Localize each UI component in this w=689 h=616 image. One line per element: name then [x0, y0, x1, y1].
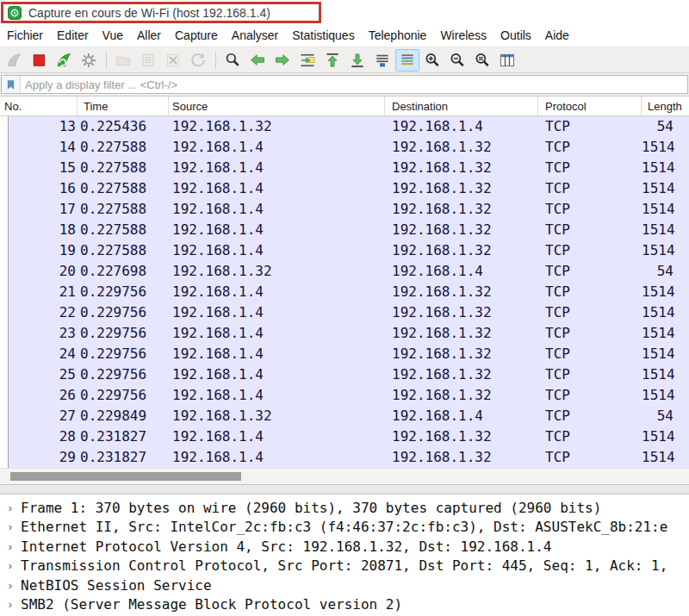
detail-tree-item[interactable]: ›Transmission Control Protocol, Src Port…	[0, 557, 689, 576]
menu-analyser[interactable]: Analyser	[225, 28, 285, 42]
packet-row[interactable]: 180.227588192.168.1.4192.168.1.32TCP1514	[0, 220, 689, 240]
zoom-original-button[interactable]	[470, 49, 494, 72]
stop-capture-icon	[29, 52, 48, 69]
column-header-source[interactable]: Source	[169, 96, 385, 115]
packet-cell-length: 1514	[642, 240, 689, 261]
column-header-destination[interactable]: Destination	[385, 96, 538, 115]
save-file-button	[136, 49, 160, 72]
packet-cell-destination: 192.168.1.32	[385, 220, 538, 240]
column-header-no[interactable]: No.	[0, 96, 78, 115]
menu-aide[interactable]: Aide	[538, 28, 576, 42]
expand-chevron-icon[interactable]: ›	[0, 520, 21, 533]
colorize-button[interactable]	[395, 49, 419, 72]
packet-row[interactable]: 230.229756192.168.1.4192.168.1.32TCP1514	[0, 323, 689, 344]
packet-cell-source: 192.168.1.32	[169, 116, 385, 137]
packet-cell-length: 1514	[642, 302, 689, 323]
packet-cell-source: 192.168.1.32	[169, 406, 385, 426]
zoom-out-button[interactable]	[445, 49, 469, 72]
expand-chevron-icon[interactable]: ›	[0, 559, 21, 572]
horizontal-scrollbar-thumb[interactable]	[10, 472, 241, 481]
packet-row[interactable]: 260.229756192.168.1.4192.168.1.32TCP1514	[0, 385, 689, 406]
go-last-button[interactable]	[345, 49, 369, 72]
packet-cell-time: 0.229756	[78, 302, 169, 323]
zoom-original-icon	[473, 52, 492, 69]
capture-options-button[interactable]	[77, 49, 101, 72]
menu-telephonie[interactable]: Telephonie	[362, 28, 434, 42]
expand-chevron-icon[interactable]: ›	[0, 579, 21, 592]
capture-options-icon	[79, 52, 98, 69]
menu-editer[interactable]: Editer	[50, 28, 96, 42]
related-packets-gutter	[0, 116, 9, 137]
detail-tree-item[interactable]: ›Internet Protocol Version 4, Src: 192.1…	[0, 537, 689, 557]
go-back-icon	[248, 52, 267, 69]
packet-cell-time: 0.227588	[78, 178, 169, 199]
packet-row[interactable]: 150.227588192.168.1.4192.168.1.32TCP1514	[0, 158, 689, 178]
restart-capture-button[interactable]	[52, 49, 76, 72]
column-header-length[interactable]: Length	[642, 96, 689, 115]
open-file-button	[111, 49, 135, 72]
title-bar: Capture en cours de Wi-Fi (host 192.168.…	[0, 0, 689, 24]
packet-row[interactable]: 220.229756192.168.1.4192.168.1.32TCP1514	[0, 302, 689, 323]
packet-row[interactable]: 290.231827192.168.1.4192.168.1.32TCP1514	[0, 447, 689, 468]
open-file-icon	[114, 52, 133, 69]
packet-row[interactable]: 140.227588192.168.1.4192.168.1.32TCP1514	[0, 137, 689, 158]
packet-row[interactable]: 210.229756192.168.1.4192.168.1.32TCP1514	[0, 282, 689, 302]
filter-bookmark-button[interactable]	[2, 76, 21, 93]
packet-cell-no: 26	[9, 385, 78, 406]
menu-fichier[interactable]: Fichier	[0, 28, 50, 42]
zoom-in-button[interactable]	[420, 49, 444, 72]
display-filter-input[interactable]	[21, 76, 687, 93]
menu-outils[interactable]: Outils	[493, 28, 538, 42]
horizontal-scrollbar[interactable]	[0, 468, 689, 484]
packet-row[interactable]: 270.229849192.168.1.32192.168.1.4TCP54	[0, 406, 689, 426]
packet-cell-source: 192.168.1.4	[169, 240, 385, 261]
packet-row[interactable]: 190.227588192.168.1.4192.168.1.32TCP1514	[0, 240, 689, 261]
packet-cell-time: 0.227588	[78, 240, 169, 261]
packet-cell-time: 0.229756	[78, 282, 169, 302]
auto-scroll-button[interactable]	[370, 49, 394, 72]
packet-cell-source: 192.168.1.4	[169, 220, 385, 240]
resize-columns-button[interactable]	[495, 49, 519, 72]
packet-row[interactable]: 130.225436192.168.1.32192.168.1.4TCP54	[0, 116, 689, 137]
packet-row[interactable]: 200.227698192.168.1.32192.168.1.4TCP54	[0, 261, 689, 282]
packet-row[interactable]: 170.227588192.168.1.4192.168.1.32TCP1514	[0, 199, 689, 220]
expand-chevron-icon[interactable]: ›	[0, 540, 21, 553]
detail-tree-item[interactable]: ›NetBIOS Session Service	[0, 576, 689, 595]
packet-cell-source: 192.168.1.32	[169, 261, 385, 282]
pane-splitter[interactable]	[0, 484, 689, 495]
zoom-in-icon	[423, 52, 442, 69]
expand-chevron-icon[interactable]: ›	[0, 598, 21, 611]
packet-row[interactable]: 160.227588192.168.1.4192.168.1.32TCP1514	[0, 178, 689, 199]
menu-wireless[interactable]: Wireless	[433, 28, 493, 42]
packet-cell-no: 15	[9, 158, 78, 178]
packet-row[interactable]: 240.229756192.168.1.4192.168.1.32TCP1514	[0, 344, 689, 364]
column-header-time[interactable]: Time	[78, 96, 169, 115]
go-to-packet-button[interactable]	[295, 49, 320, 72]
menu-aller[interactable]: Aller	[130, 28, 168, 42]
detail-tree-item[interactable]: ›Frame 1: 370 bytes on wire (2960 bits),…	[0, 498, 689, 518]
stop-capture-button[interactable]	[27, 49, 51, 72]
expand-chevron-icon[interactable]: ›	[0, 501, 21, 514]
packet-cell-no: 13	[9, 116, 78, 137]
packet-cell-destination: 192.168.1.4	[385, 406, 538, 426]
packet-cell-source: 192.168.1.4	[169, 137, 385, 158]
packet-cell-destination: 192.168.1.32	[385, 199, 538, 220]
go-forward-button[interactable]	[270, 49, 295, 72]
go-back-button[interactable]	[245, 49, 270, 72]
detail-tree-item[interactable]: ›Ethernet II, Src: IntelCor_2c:fb:c3 (f4…	[0, 518, 689, 538]
menu-statistiques[interactable]: Statistiques	[285, 28, 361, 42]
packet-row[interactable]: 250.229756192.168.1.4192.168.1.32TCP1514	[0, 364, 689, 385]
packet-row[interactable]: 280.231827192.168.1.4192.168.1.32TCP1514	[0, 426, 689, 447]
go-first-button[interactable]	[320, 49, 344, 72]
column-header-protocol[interactable]: Protocol	[538, 96, 642, 115]
packet-cell-no: 19	[9, 240, 78, 261]
packet-cell-protocol: TCP	[538, 199, 642, 220]
find-packet-button[interactable]	[220, 49, 245, 72]
packet-cell-no: 22	[9, 302, 78, 323]
packet-cell-length: 1514	[642, 220, 689, 240]
related-packets-gutter	[0, 447, 9, 468]
menu-vue[interactable]: Vue	[96, 28, 130, 42]
detail-tree-item[interactable]: ›SMB2 (Server Message Block Protocol ver…	[0, 595, 689, 615]
menu-capture[interactable]: Capture	[168, 28, 225, 42]
window-title: Capture en cours de Wi-Fi (host 192.168.…	[28, 6, 270, 20]
